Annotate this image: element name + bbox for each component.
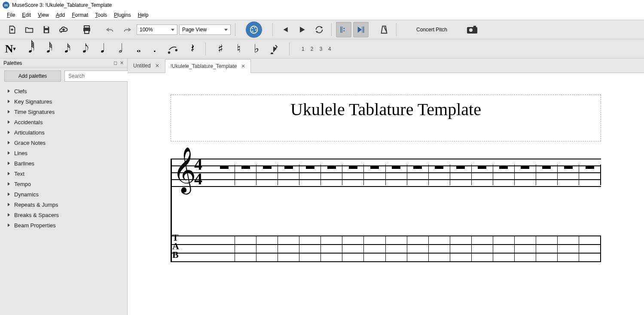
tab-measure[interactable] — [299, 235, 321, 261]
palette-item-breaks-spacers[interactable]: Breaks & Spacers — [0, 210, 127, 220]
measure[interactable] — [515, 165, 536, 185]
save-button[interactable] — [39, 22, 54, 37]
document-tab[interactable]: !Ukulele_Tablature_Template✕ — [165, 59, 251, 73]
note-64th[interactable]: 𝅘𝅥𝅱 — [22, 41, 34, 57]
palette-item-repeats-jumps[interactable]: Repeats & Jumps — [0, 199, 127, 210]
close-panel-icon[interactable]: ✕ — [120, 60, 124, 66]
voice-3[interactable]: 3 — [319, 46, 322, 52]
tab-measure[interactable] — [407, 235, 429, 261]
measure[interactable] — [493, 165, 515, 185]
tab-measure[interactable] — [214, 235, 235, 261]
view-mode-combo[interactable]: Page View — [179, 24, 231, 35]
voice-4[interactable]: 4 — [328, 46, 331, 52]
menu-edit[interactable]: Edit — [18, 11, 34, 19]
open-file-button[interactable] — [21, 22, 37, 37]
measure[interactable] — [579, 165, 601, 185]
metronome-button[interactable] — [376, 22, 392, 37]
tab-measure[interactable] — [450, 235, 472, 261]
print-button[interactable] — [79, 22, 95, 37]
tab-measure[interactable] — [472, 235, 493, 261]
menu-add[interactable]: Add — [52, 11, 68, 19]
measure[interactable] — [321, 165, 342, 185]
redo-button[interactable] — [119, 22, 135, 37]
tab-measure[interactable] — [493, 235, 515, 261]
palette-item-grace-notes[interactable]: Grace Notes — [0, 138, 127, 148]
tab-measure[interactable] — [536, 235, 558, 261]
flat-button[interactable]: ♭ — [250, 41, 262, 57]
measure[interactable] — [278, 165, 299, 185]
note-whole[interactable]: 𝅝 — [131, 41, 143, 57]
repeat-start-button[interactable] — [336, 22, 351, 37]
palette-item-clefs[interactable]: Clefs — [0, 86, 127, 96]
tab-measure[interactable] — [429, 235, 450, 261]
note-quarter[interactable]: 𝅘𝅥 — [95, 41, 107, 57]
measure[interactable] — [214, 165, 235, 185]
voice-1[interactable]: 1 — [302, 46, 305, 52]
palette-item-barlines[interactable]: Barlines — [0, 158, 127, 168]
menu-format[interactable]: Format — [68, 11, 92, 19]
menu-file[interactable]: File — [3, 11, 18, 19]
measure[interactable] — [450, 165, 472, 185]
add-palettes-button[interactable]: Add palettes — [4, 70, 61, 82]
voice-2[interactable]: 2 — [311, 46, 314, 52]
tab-measure[interactable] — [256, 235, 278, 261]
measure[interactable] — [472, 165, 493, 185]
rest-button[interactable]: 𝄽 — [185, 41, 197, 57]
tab-measure[interactable] — [386, 235, 407, 261]
treble-staff[interactable]: 𝄞 4 4 — [171, 159, 601, 186]
time-signature[interactable]: 4 4 — [194, 157, 202, 186]
menu-tools[interactable]: Tools — [92, 11, 110, 19]
concert-pitch-button[interactable]: Concert Pitch — [411, 24, 452, 36]
note-16th[interactable]: 𝅘𝅥𝅯 — [58, 41, 70, 57]
menu-help[interactable]: Help — [134, 11, 152, 19]
note-32nd[interactable]: 𝅘𝅥𝅰 — [40, 41, 52, 57]
loop-button[interactable] — [311, 22, 327, 37]
measure[interactable] — [256, 165, 278, 185]
document-tab[interactable]: Untitled✕ — [128, 59, 165, 73]
note-8th[interactable]: 𝅘𝅥𝅮 — [76, 41, 89, 57]
tab-measure[interactable] — [278, 235, 299, 261]
undo-button[interactable] — [102, 22, 118, 37]
palette-item-time-signatures[interactable]: Time Signatures — [0, 107, 127, 117]
measure[interactable] — [364, 165, 385, 185]
flip-button[interactable] — [269, 41, 281, 57]
palette-color-button[interactable] — [246, 21, 262, 38]
measure[interactable] — [342, 165, 364, 185]
palette-item-beam-properties[interactable]: Beam Properties — [0, 220, 127, 230]
palette-item-accidentals[interactable]: Accidentals — [0, 117, 127, 127]
score-title[interactable]: Ukulele Tablature Template — [180, 99, 592, 119]
note-half[interactable]: 𝅗𝅥 — [113, 41, 125, 57]
rewind-button[interactable] — [277, 22, 293, 37]
measure[interactable] — [386, 165, 407, 185]
tab-measure[interactable] — [364, 235, 385, 261]
dot-button[interactable]: . — [149, 41, 161, 57]
repeat-end-button[interactable] — [353, 22, 369, 37]
measure[interactable] — [536, 165, 558, 185]
close-icon[interactable]: ✕ — [155, 63, 159, 69]
palette-search-input[interactable] — [64, 70, 137, 82]
zoom-combo[interactable]: 100% — [137, 24, 177, 35]
tab-measure[interactable] — [579, 235, 601, 261]
measure[interactable] — [558, 165, 579, 185]
sharp-button[interactable]: ♯ — [214, 41, 226, 57]
measure[interactable] — [429, 165, 450, 185]
title-frame[interactable]: Ukulele Tablature Template — [171, 95, 601, 141]
camera-button[interactable] — [464, 22, 480, 37]
palette-item-dynamics[interactable]: Dynamics — [0, 189, 127, 199]
staff-system[interactable]: 𝄞 4 4 TAB — [171, 159, 601, 261]
palette-item-lines[interactable]: Lines — [0, 148, 127, 158]
tab-measure[interactable] — [235, 235, 256, 261]
tab-measure[interactable] — [515, 235, 536, 261]
note-input-button[interactable]: N▾ — [4, 41, 16, 57]
undock-icon[interactable]: ◻ — [113, 60, 117, 66]
tie-button[interactable] — [167, 41, 179, 57]
tab-measure[interactable] — [342, 235, 364, 261]
score-page[interactable]: Ukulele Tablature Template 𝄞 4 4 — [128, 73, 644, 315]
close-icon[interactable]: ✕ — [241, 63, 245, 69]
menu-plugins[interactable]: Plugins — [110, 11, 134, 19]
palette-item-key-signatures[interactable]: Key Signatures — [0, 96, 127, 107]
play-button[interactable] — [294, 22, 310, 37]
palette-item-tempo[interactable]: Tempo — [0, 179, 127, 189]
tab-measure[interactable] — [321, 235, 342, 261]
tab-staff[interactable]: TAB — [171, 235, 601, 261]
